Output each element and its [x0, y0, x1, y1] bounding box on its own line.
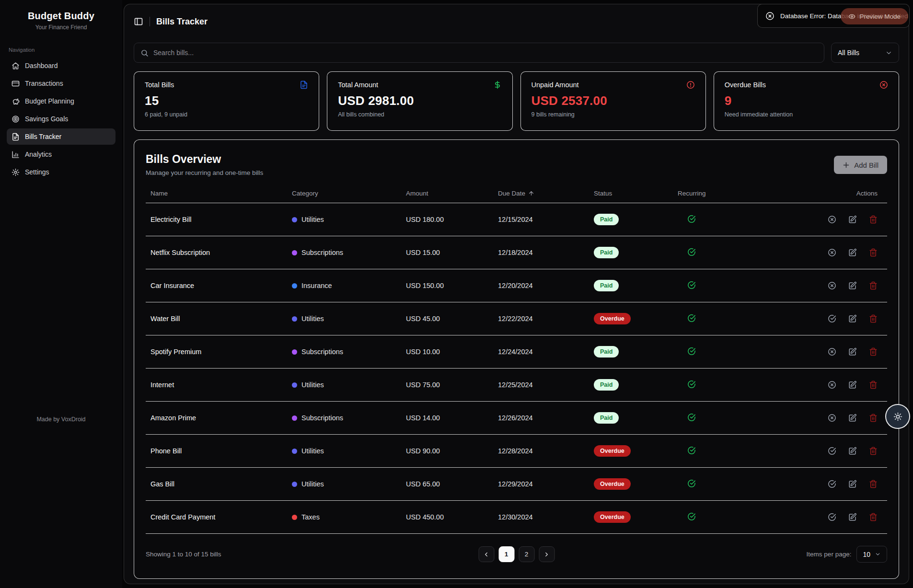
search-input[interactable] [153, 49, 818, 57]
sidebar-item-label: Savings Goals [25, 115, 68, 123]
stat-card-unpaid-amount: Unpaid Amount USD 2537.00 9 bills remain… [520, 71, 706, 131]
sidebar-item-label: Analytics [25, 150, 52, 158]
category-dot-icon [292, 283, 297, 288]
edit-bill-button[interactable] [848, 248, 857, 257]
mark-unpaid-button[interactable] [828, 347, 836, 356]
mark-unpaid-button[interactable] [828, 248, 836, 257]
theme-toggle-button[interactable] [885, 404, 910, 429]
sidebar-item-dashboard[interactable]: Dashboard [7, 58, 116, 74]
edit-bill-button[interactable] [848, 447, 857, 455]
trash-icon [869, 447, 878, 455]
sidebar-item-analytics[interactable]: Analytics [7, 146, 116, 162]
delete-bill-button[interactable] [869, 414, 878, 422]
edit-bill-button[interactable] [848, 414, 857, 422]
bill-actions [815, 314, 887, 323]
check-circle-icon [828, 314, 836, 323]
edit-bill-button[interactable] [848, 281, 857, 290]
category-label: Utilities [301, 447, 324, 455]
delete-bill-button[interactable] [869, 380, 878, 389]
x-circle-icon [879, 81, 888, 89]
mark-unpaid-button[interactable] [828, 380, 836, 389]
bill-recurring-cell [678, 281, 815, 291]
sidebar-nav: Dashboard Transactions Budget Planning S… [0, 58, 122, 180]
next-page-button[interactable] [539, 546, 555, 562]
sun-icon [893, 412, 902, 421]
edit-bill-button[interactable] [848, 480, 857, 488]
mark-paid-button[interactable] [828, 513, 836, 521]
sidebar-item-bills-tracker[interactable]: Bills Tracker [7, 128, 116, 145]
mark-unpaid-button[interactable] [828, 414, 836, 422]
edit-bill-button[interactable] [848, 347, 857, 356]
status-badge: Paid [594, 379, 619, 391]
stats-row: Total Bills 15 6 paid, 9 unpaid Total Am… [134, 71, 899, 131]
trash-icon [869, 414, 878, 422]
trash-icon [869, 215, 878, 224]
items-per-page: Items per page: 10 [807, 546, 887, 563]
bill-amount: USD 180.00 [406, 216, 498, 223]
category-label: Taxes [301, 513, 320, 521]
trash-icon [869, 380, 878, 389]
bill-category: Utilities [292, 381, 406, 389]
edit-bill-button[interactable] [848, 215, 857, 224]
bills-overview-title: Bills Overview [146, 153, 263, 166]
delete-bill-button[interactable] [869, 215, 878, 224]
items-per-page-select[interactable]: 10 [856, 546, 887, 563]
trash-icon [869, 248, 878, 257]
delete-bill-button[interactable] [869, 248, 878, 257]
bill-amount: USD 65.00 [406, 480, 498, 488]
delete-bill-button[interactable] [869, 347, 878, 356]
delete-bill-button[interactable] [869, 281, 878, 290]
mark-unpaid-button[interactable] [828, 215, 836, 224]
status-badge: Overdue [594, 478, 631, 490]
table-row: Water Bill Utilities USD 45.00 12/22/202… [146, 302, 887, 335]
category-dot-icon [292, 217, 297, 222]
add-bill-button[interactable]: Add Bill [834, 156, 887, 174]
chevron-left-icon [483, 551, 490, 558]
bill-name: Spotify Premium [150, 348, 292, 356]
delete-bill-button[interactable] [869, 480, 878, 488]
sidebar-item-settings[interactable]: Settings [7, 164, 116, 180]
bill-due-date: 12/28/2024 [498, 447, 594, 455]
edit-bill-button[interactable] [848, 314, 857, 323]
edit-bill-button[interactable] [848, 380, 857, 389]
sidebar-item-transactions[interactable]: Transactions [7, 75, 116, 92]
bill-name: Internet [150, 381, 292, 389]
delete-bill-button[interactable] [869, 447, 878, 455]
bill-category: Utilities [292, 480, 406, 488]
page-button-2[interactable]: 2 [519, 546, 534, 562]
alert-circle-icon [686, 81, 695, 89]
previous-page-button[interactable] [478, 546, 494, 562]
bill-amount: USD 75.00 [406, 381, 498, 389]
sidebar-toggle-button[interactable] [134, 17, 143, 26]
trash-icon [869, 314, 878, 323]
mark-paid-button[interactable] [828, 314, 836, 323]
mark-unpaid-button[interactable] [828, 281, 836, 290]
page-button-1[interactable]: 1 [498, 546, 514, 562]
bills-table-body: Electricity Bill Utilities USD 180.00 12… [146, 203, 887, 534]
status-badge: Overdue [594, 511, 631, 523]
bills-filter-value: All Bills [838, 49, 859, 57]
bill-due-date: 12/26/2024 [498, 414, 594, 422]
column-header-actions: Actions [815, 190, 887, 197]
x-circle-icon [828, 347, 836, 356]
mark-paid-button[interactable] [828, 447, 836, 455]
column-header-due-date[interactable]: Due Date [498, 190, 594, 197]
category-dot-icon [292, 515, 297, 520]
sidebar-item-label: Transactions [25, 80, 63, 87]
bills-filter-select[interactable]: All Bills [831, 43, 899, 63]
chevron-down-icon [885, 49, 892, 57]
table-row: Spotify Premium Subscriptions USD 10.00 … [146, 335, 887, 369]
sidebar-item-budget-planning[interactable]: Budget Planning [7, 93, 116, 109]
check-circle-icon [828, 480, 836, 488]
stat-value: 9 [725, 93, 888, 108]
bill-recurring-cell [678, 512, 815, 522]
mark-paid-button[interactable] [828, 480, 836, 488]
sidebar-item-savings-goals[interactable]: Savings Goals [7, 111, 116, 127]
delete-bill-button[interactable] [869, 513, 878, 521]
edit-icon [848, 248, 857, 257]
preview-mode-badge: Preview Mode [841, 8, 908, 24]
bills-overview-card: Bills Overview Manage your recurring and… [134, 139, 899, 579]
delete-bill-button[interactable] [869, 314, 878, 323]
stat-label: Unpaid Amount [532, 81, 579, 89]
edit-bill-button[interactable] [848, 513, 857, 521]
